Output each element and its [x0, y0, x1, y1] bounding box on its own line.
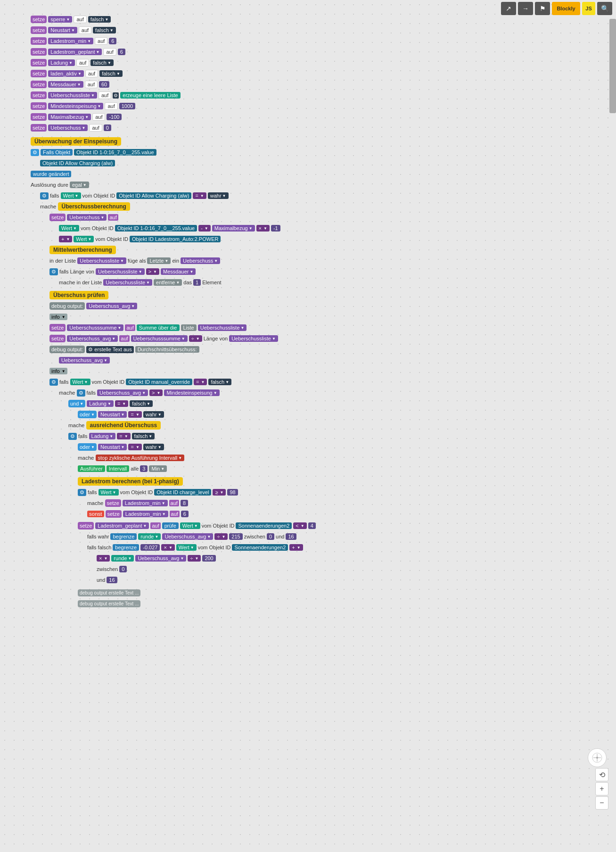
- runde-chip2[interactable]: runde ▼: [111, 555, 134, 562]
- eq-op5[interactable]: = ▼: [117, 433, 130, 439]
- ueberschuss-avg-chip[interactable]: Ueberschuss_avg ▼: [86, 303, 137, 309]
- val-215[interactable]: 215: [229, 533, 242, 540]
- div-op3[interactable]: ÷ ▼: [188, 555, 201, 562]
- wert-chip5[interactable]: Wert ▼: [99, 489, 119, 496]
- gt-op[interactable]: > ▼: [146, 268, 159, 275]
- js-button[interactable]: JS: [582, 2, 595, 15]
- ausfuehre-chip[interactable]: Ausführer: [78, 465, 105, 472]
- minus1-chip[interactable]: -1: [271, 225, 280, 232]
- val-falsch3[interactable]: falsch ▼: [90, 59, 114, 66]
- lt-op[interactable]: < ▼: [293, 522, 306, 529]
- sonnenaenderungen2-chip[interactable]: Sonnenaenderungen2: [232, 544, 288, 551]
- minus-0027-chip[interactable]: -0.027: [140, 544, 160, 551]
- val-6b[interactable]: 6: [118, 49, 125, 55]
- alle-3[interactable]: 3: [140, 465, 148, 472]
- val-1000[interactable]: 1000: [119, 103, 135, 109]
- objid-value1[interactable]: Objekt ID 1-0:16_7_0__255.value: [74, 149, 156, 156]
- gte-op[interactable]: ≥ ▼: [213, 489, 226, 496]
- info-chip2[interactable]: info ▼: [49, 368, 67, 374]
- div-op[interactable]: ÷ ▼: [189, 335, 202, 342]
- ladung-chip3[interactable]: Ladung ▼: [89, 433, 116, 439]
- wert-chip4[interactable]: Wert ▼: [70, 379, 90, 385]
- info-chip1[interactable]: info ▼: [49, 314, 67, 320]
- search-button[interactable]: 🔍: [597, 2, 612, 15]
- var-maximalbezug[interactable]: Maximalbezug ▼: [48, 114, 91, 120]
- val-falsch4[interactable]: falsch ▼: [99, 70, 123, 77]
- max-16[interactable]: 16: [286, 533, 296, 540]
- gt-op2[interactable]: > ▼: [149, 389, 163, 396]
- eq-op4[interactable]: = ▼: [128, 411, 141, 418]
- eq-op2[interactable]: = ▼: [194, 379, 207, 385]
- ueberschuss-avg-chip6[interactable]: Ueberschuss_avg ▼: [135, 555, 186, 562]
- blockly-button[interactable]: Blockly: [552, 2, 580, 15]
- summe-chip[interactable]: Summe über die: [137, 324, 180, 331]
- scrollbar-right[interactable]: [609, 19, 616, 113]
- val-60[interactable]: 60: [99, 81, 109, 88]
- erstelle-chip[interactable]: ⚙ erstelle Text aus: [86, 346, 133, 353]
- oder-chip[interactable]: oder ▼: [78, 411, 97, 418]
- zoom-reset-button[interactable]: ⟲: [595, 768, 608, 781]
- wert-chip2[interactable]: Wert ▼: [59, 225, 79, 232]
- max-16b[interactable]: 16: [107, 577, 117, 583]
- falsch-chip2[interactable]: falsch ▼: [130, 400, 153, 407]
- val-0[interactable]: 0: [104, 124, 111, 131]
- ladestrom-min-chip[interactable]: Ladestrom_min ▼: [123, 500, 168, 506]
- val-98[interactable]: 98: [227, 489, 238, 496]
- plus-op2[interactable]: + ▼: [289, 544, 303, 551]
- sonnenaenderungen-chip[interactable]: Sonnenaenderungen2: [236, 522, 292, 529]
- val-leere-liste[interactable]: erzeuge eine leere Liste: [120, 92, 180, 99]
- var-ladestrom-geplant[interactable]: Ladestrom_geplant ▼: [48, 49, 102, 55]
- objid-allow-charging[interactable]: Objekt ID Allow Charging (alw): [40, 160, 115, 166]
- auslosung-val[interactable]: egal ▼: [70, 182, 89, 188]
- liste-chip[interactable]: Liste: [181, 324, 197, 331]
- ladestrom-geplant-chip[interactable]: Ladestrom_geplant ▼: [95, 522, 149, 529]
- export-button[interactable]: ↗: [501, 2, 516, 15]
- eq-op3[interactable]: = ▼: [115, 400, 128, 407]
- messdauer-chip[interactable]: Messdauer ▼: [161, 268, 196, 275]
- var-neustart[interactable]: Neustart ▼: [48, 27, 77, 33]
- min-chip[interactable]: Min ▼: [149, 465, 167, 472]
- ueberschuss-avg-chip5[interactable]: Ueberschuss_avg ▼: [162, 533, 213, 540]
- pruefen-chip[interactable]: prüfe: [162, 522, 179, 529]
- import-button[interactable]: →: [518, 2, 533, 15]
- wert-chip1[interactable]: Wert ▼: [61, 192, 81, 199]
- eq-op6[interactable]: = ▼: [128, 444, 141, 450]
- wahr-chip[interactable]: wahr ▼: [208, 192, 229, 199]
- mindesteinspeisung-chip[interactable]: Mindesteinspeisung ▼: [164, 389, 219, 396]
- idx-1[interactable]: 1: [193, 279, 201, 286]
- und-chip[interactable]: und ▼: [68, 400, 85, 407]
- charge-level-chip[interactable]: Objekt ID charge_level: [154, 489, 211, 496]
- times-op3[interactable]: × ▼: [97, 555, 110, 562]
- ueberschussliste-chip5[interactable]: Ueberschussliste ▼: [229, 335, 278, 342]
- neustart-chip2[interactable]: Neustart ▼: [98, 411, 127, 418]
- zoom-in-button[interactable]: +: [595, 782, 608, 795]
- debug-label1[interactable]: debug output:: [49, 302, 85, 310]
- plus-op[interactable]: + ▼: [59, 236, 72, 242]
- zoom-out-button[interactable]: −: [595, 796, 608, 810]
- ueberschuss-chip2[interactable]: Ueberschuss ▼: [181, 257, 220, 264]
- wert-chip7[interactable]: Wert ▼: [176, 544, 197, 551]
- val-6[interactable]: 6: [109, 38, 116, 44]
- ladung-chip2[interactable]: Ladung ▼: [87, 400, 114, 407]
- equals-op[interactable]: = ▼: [193, 192, 206, 199]
- val-minus100[interactable]: -100: [107, 114, 122, 120]
- wert-chip3[interactable]: Wert ▼: [74, 236, 94, 242]
- neustart-chip3[interactable]: Neustart ▼: [98, 444, 127, 450]
- times-op2[interactable]: × ▼: [161, 544, 174, 551]
- min-0[interactable]: 0: [267, 533, 274, 540]
- begrenze-chip2[interactable]: begrenze: [113, 544, 139, 551]
- objid-ladestrom-power[interactable]: Objekt ID Ladestrom_Auto:2.POWER: [130, 236, 221, 242]
- ueberschussliste-chip[interactable]: Ueberschussliste ▼: [77, 257, 126, 264]
- var-ladung[interactable]: Ladung ▼: [48, 59, 75, 66]
- var-messdauer[interactable]: Messdauer ▼: [48, 81, 83, 88]
- ueberschuss-avg-chip2[interactable]: Ueberschuss_avg ▼: [67, 335, 118, 342]
- begrenze-chip[interactable]: begrenze: [110, 533, 137, 540]
- oder-chip2[interactable]: oder ▼: [78, 443, 97, 451]
- intervall-chip[interactable]: Intervall: [107, 465, 130, 472]
- falsch-chip3[interactable]: falsch ▼: [132, 433, 155, 439]
- entferne-chip[interactable]: entferne ▼: [154, 279, 182, 286]
- compass-control[interactable]: [588, 748, 607, 767]
- var-ladestrom-min[interactable]: Ladestrom_min ▼: [48, 38, 93, 44]
- wahr-chip3[interactable]: wahr ▼: [143, 444, 164, 450]
- falls-objekt-label[interactable]: Falls Objekt: [41, 149, 73, 156]
